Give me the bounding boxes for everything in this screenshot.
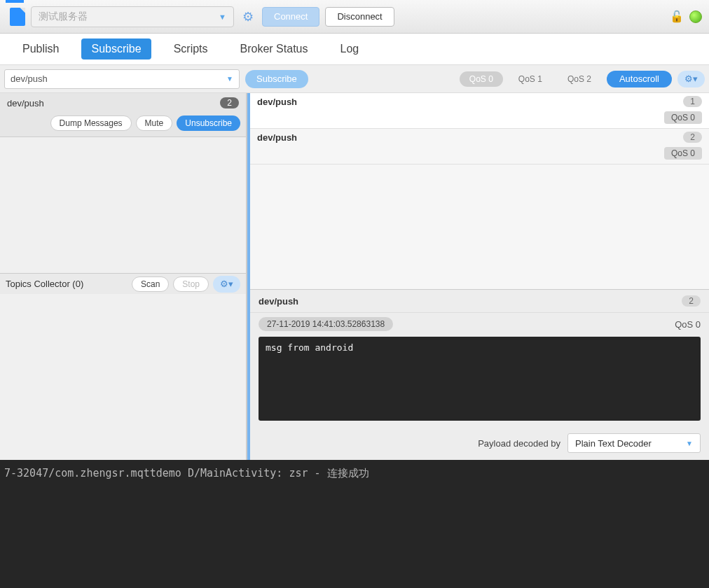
- qos-2-button[interactable]: QoS 2: [558, 71, 601, 87]
- message-index-badge: 1: [683, 96, 702, 107]
- chevron-down-icon: ▼: [219, 13, 226, 21]
- active-tab-indicator: [6, 0, 24, 3]
- console-line: 7-32047/com.zhengsr.mqttdemo D/MainActiv…: [4, 467, 369, 479]
- tab-scripts[interactable]: Scripts: [164, 38, 218, 59]
- stop-button[interactable]: Stop: [173, 276, 209, 292]
- decoder-value: Plain Text Decoder: [575, 438, 652, 449]
- message-qos-badge: QoS 0: [664, 111, 702, 124]
- settings-gear-icon[interactable]: ⚙: [240, 8, 256, 25]
- document-icon[interactable]: [10, 8, 25, 26]
- connection-status-indicator: [689, 10, 702, 23]
- unsubscribe-button[interactable]: Unsubscribe: [177, 115, 240, 131]
- detail-topic: dev/push: [259, 296, 298, 307]
- tab-broker-status[interactable]: Broker Status: [230, 38, 318, 59]
- message-topic: dev/push: [257, 132, 297, 143]
- chevron-down-icon: ▼: [226, 75, 233, 83]
- messages-pane: dev/push 1 QoS 0 dev/push 2 QoS 0 dev/pu: [247, 93, 709, 460]
- message-topic: dev/push: [257, 97, 297, 107]
- connect-button[interactable]: Connect: [262, 7, 319, 27]
- payload-textarea[interactable]: msg from android: [259, 337, 701, 421]
- message-list[interactable]: dev/push 1 QoS 0 dev/push 2 QoS 0: [250, 93, 709, 290]
- subscription-count-badge: 2: [220, 97, 239, 108]
- scan-button[interactable]: Scan: [132, 276, 169, 292]
- decoder-label: Payload decoded by: [478, 438, 560, 449]
- unlock-icon[interactable]: 🔓: [670, 10, 684, 23]
- workspace: dev/push 2 Dump Messages Mute Unsubscrib…: [0, 93, 709, 460]
- subscriptions-empty-area: [0, 137, 246, 273]
- disconnect-button[interactable]: Disconnect: [325, 7, 394, 27]
- message-qos-badge: QoS 0: [664, 147, 702, 160]
- mute-button[interactable]: Mute: [136, 115, 173, 131]
- message-index-badge: 2: [683, 132, 702, 143]
- topics-collector-settings-button[interactable]: ⚙▾: [213, 276, 240, 293]
- tab-log[interactable]: Log: [330, 38, 369, 59]
- subscription-topic: dev/push: [7, 98, 44, 108]
- detail-qos: QoS 0: [675, 319, 701, 330]
- subscribe-button[interactable]: Subscribe: [245, 70, 308, 88]
- subscribe-settings-button[interactable]: ⚙▾: [677, 71, 705, 88]
- subscribe-control-bar: dev/push ▼ Subscribe QoS 0 QoS 1 QoS 2 A…: [0, 65, 709, 93]
- server-placeholder: 测试服务器: [39, 10, 88, 23]
- chevron-down-icon: ▼: [686, 440, 693, 447]
- qos-1-button[interactable]: QoS 1: [509, 71, 552, 87]
- dump-messages-button[interactable]: Dump Messages: [50, 115, 132, 131]
- tab-publish[interactable]: Publish: [13, 38, 69, 59]
- topic-input[interactable]: dev/push ▼: [4, 69, 240, 89]
- topics-collector-label: Topics Collector (0): [6, 279, 128, 289]
- decoder-dropdown[interactable]: Plain Text Decoder ▼: [567, 433, 701, 453]
- topics-collector-bar: Topics Collector (0) Scan Stop ⚙▾: [0, 273, 246, 294]
- detail-index-badge: 2: [682, 295, 701, 307]
- log-console[interactable]: 7-32047/com.zhengsr.mqttdemo D/MainActiv…: [0, 460, 709, 588]
- payload-text: msg from android: [266, 342, 353, 353]
- tab-subscribe[interactable]: Subscribe: [81, 38, 151, 59]
- message-row[interactable]: dev/push 1 QoS 0: [250, 93, 709, 129]
- subscription-item[interactable]: dev/push 2 Dump Messages Mute Unsubscrib…: [0, 93, 246, 137]
- server-dropdown[interactable]: 测试服务器 ▼: [31, 6, 234, 27]
- main-tabs: Publish Subscribe Scripts Broker Status …: [0, 34, 709, 65]
- detail-timestamp: 27-11-2019 14:41:03.52863138: [259, 317, 393, 331]
- topics-collector-area: [0, 294, 246, 460]
- topic-input-value: dev/push: [11, 74, 48, 84]
- autoscroll-toggle[interactable]: Autoscroll: [607, 71, 672, 88]
- top-toolbar: 测试服务器 ▼ ⚙ Connect Disconnect 🔓: [0, 0, 709, 34]
- subscriptions-pane: dev/push 2 Dump Messages Mute Unsubscrib…: [0, 93, 247, 460]
- qos-0-button[interactable]: QoS 0: [460, 71, 503, 87]
- message-detail-pane: dev/push 2 27-11-2019 14:41:03.52863138 …: [250, 290, 709, 460]
- message-row[interactable]: dev/push 2 QoS 0: [250, 129, 709, 164]
